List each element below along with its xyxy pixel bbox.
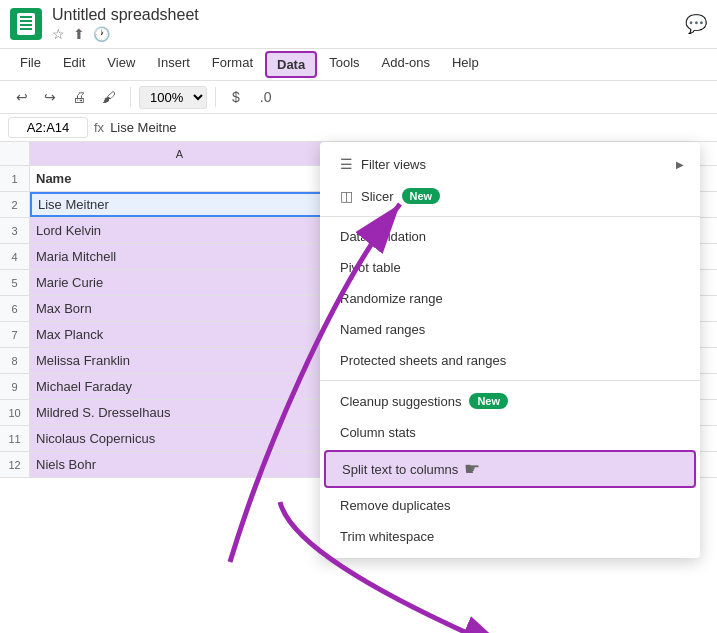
title-icons: ☆ ⬆ 🕐 (52, 26, 675, 42)
paint-button[interactable]: 🖌 (96, 85, 122, 109)
cell-a7[interactable]: Max Planck (30, 322, 330, 347)
separator-2 (320, 380, 700, 381)
formula-input[interactable] (110, 120, 709, 135)
menu-view[interactable]: View (97, 51, 145, 78)
filter-icon: ☰ (340, 156, 353, 172)
row-header-6: 6 (0, 296, 29, 322)
cell-a4[interactable]: Maria Mitchell (30, 244, 330, 269)
currency-button[interactable]: $ (224, 85, 248, 109)
row-header-8: 8 (0, 348, 29, 374)
cell-a11[interactable]: Nicolaus Copernicus (30, 426, 330, 451)
data-menu-dropdown: ☰ Filter views ◫ Slicer New Data validat… (320, 142, 700, 558)
decimal-button[interactable]: .0 (252, 85, 280, 109)
doc-title: Untitled spreadsheet (52, 6, 675, 24)
cell-a1[interactable]: Name (30, 166, 330, 191)
cell-a12[interactable]: Niels Bohr (30, 452, 330, 477)
menu-named-ranges[interactable]: Named ranges (320, 314, 700, 345)
row-header-11: 11 (0, 426, 29, 452)
cell-a5[interactable]: Marie Curie (30, 270, 330, 295)
menu-randomize-range[interactable]: Randomize range (320, 283, 700, 314)
title-area: Untitled spreadsheet ☆ ⬆ 🕐 (52, 6, 675, 42)
row-header-4: 4 (0, 244, 29, 270)
menu-filter-views[interactable]: ☰ Filter views (320, 148, 700, 180)
menu-slicer[interactable]: ◫ Slicer New (320, 180, 700, 212)
menu-addons[interactable]: Add-ons (372, 51, 440, 78)
cell-a9[interactable]: Michael Faraday (30, 374, 330, 399)
row-header-5: 5 (0, 270, 29, 296)
cell-a3[interactable]: Lord Kelvin (30, 218, 330, 243)
star-icon[interactable]: ☆ (52, 26, 65, 42)
menu-help[interactable]: Help (442, 51, 489, 78)
print-button[interactable]: 🖨 (66, 85, 92, 109)
separator-1 (320, 216, 700, 217)
row-header-10: 10 (0, 400, 29, 426)
menu-insert[interactable]: Insert (147, 51, 200, 78)
menu-split-text[interactable]: Split text to columns ☛ (324, 450, 696, 488)
formula-bar: fx (0, 114, 717, 142)
row-header-3: 3 (0, 218, 29, 244)
menu-format[interactable]: Format (202, 51, 263, 78)
row-header-1: 1 (0, 166, 29, 192)
menu-protected-sheets[interactable]: Protected sheets and ranges (320, 345, 700, 376)
app-icon (10, 8, 42, 40)
drive-icon[interactable]: ⬆ (73, 26, 85, 42)
menu-data-validation[interactable]: Data validation (320, 221, 700, 252)
toolbar: ↩ ↪ 🖨 🖌 100% $ .0 (0, 81, 717, 114)
menu-file[interactable]: File (10, 51, 51, 78)
top-bar: Untitled spreadsheet ☆ ⬆ 🕐 💬 (0, 0, 717, 49)
cleanup-new-badge: New (469, 393, 508, 409)
menu-trim-whitespace[interactable]: Trim whitespace (320, 521, 700, 552)
cell-reference-input[interactable] (8, 117, 88, 138)
menu-bar: File Edit View Insert Format Data Tools … (0, 49, 717, 81)
undo-button[interactable]: ↩ (10, 85, 34, 109)
cell-a2[interactable]: Lise Meitner (30, 192, 330, 217)
corner-cell (0, 142, 30, 166)
redo-button[interactable]: ↪ (38, 85, 62, 109)
slicer-icon: ◫ (340, 188, 353, 204)
menu-pivot-table[interactable]: Pivot table (320, 252, 700, 283)
cell-a10[interactable]: Mildred S. Dresselhaus (30, 400, 330, 425)
row-header-2: 2 (0, 192, 29, 218)
fx-label: fx (94, 120, 104, 135)
menu-edit[interactable]: Edit (53, 51, 95, 78)
row-header-7: 7 (0, 322, 29, 348)
row-header-12: 12 (0, 452, 29, 478)
menu-data[interactable]: Data (265, 51, 317, 78)
toolbar-separator-2 (215, 87, 216, 107)
slicer-new-badge: New (402, 188, 441, 204)
zoom-selector[interactable]: 100% (139, 86, 207, 109)
row-header-9: 9 (0, 374, 29, 400)
menu-tools[interactable]: Tools (319, 51, 369, 78)
menu-cleanup-suggestions[interactable]: Cleanup suggestions New (320, 385, 700, 417)
history-icon[interactable]: 🕐 (93, 26, 110, 42)
toolbar-separator-1 (130, 87, 131, 107)
cell-a6[interactable]: Max Born (30, 296, 330, 321)
chat-icon[interactable]: 💬 (685, 13, 707, 35)
menu-remove-duplicates[interactable]: Remove duplicates (320, 490, 700, 521)
col-a-header[interactable]: A (30, 142, 330, 165)
row-headers: 1 2 3 4 5 6 7 8 9 10 11 12 (0, 142, 30, 478)
menu-column-stats[interactable]: Column stats (320, 417, 700, 448)
sheet-area: 1 2 3 4 5 6 7 8 9 10 11 12 A Name Lise M… (0, 142, 717, 478)
cell-a8[interactable]: Melissa Franklin (30, 348, 330, 373)
